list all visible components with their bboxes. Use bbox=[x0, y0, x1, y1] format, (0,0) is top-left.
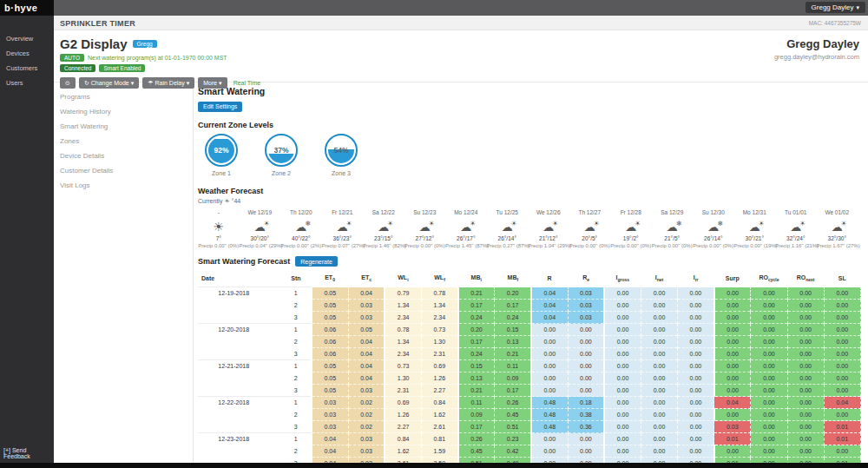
cell-value: 0.05 bbox=[312, 372, 348, 385]
cell-value: 0.04 bbox=[348, 372, 385, 385]
cell-value: 0.20 bbox=[495, 287, 531, 300]
sidebar-item-users[interactable]: Users bbox=[0, 76, 54, 90]
cell-value: 0.13 bbox=[495, 336, 531, 348]
table-row: 12-23-201810.040.030.840.810.260.230.000… bbox=[198, 433, 861, 445]
rain-delay-button[interactable]: ☂Rain Delay ▾ bbox=[142, 77, 194, 89]
cell-value: 2.34 bbox=[385, 312, 421, 324]
cloud-sun-icon: ☀☁ bbox=[460, 220, 471, 234]
badge-smart-enabled: Smart Enabled bbox=[99, 64, 145, 72]
cell-value: 0.00 bbox=[604, 421, 641, 433]
power-button[interactable]: ⊙ bbox=[60, 77, 76, 89]
subnav-item-programs[interactable]: Programs bbox=[60, 89, 193, 104]
cell-value: 0.00 bbox=[824, 348, 860, 360]
sidebar-item-devices[interactable]: Devices bbox=[0, 46, 54, 61]
cell-value: 0.73 bbox=[421, 324, 457, 336]
chevron-down-icon: ▾ bbox=[187, 80, 190, 86]
cell-value: 0.00 bbox=[531, 336, 568, 348]
cell-value: 0.00 bbox=[604, 433, 641, 445]
cell-value: 0.00 bbox=[531, 324, 568, 336]
cell-date bbox=[198, 336, 280, 348]
weather-day-precip: Precip 0.00" (0%) bbox=[198, 243, 240, 248]
zone-percent: 92% bbox=[208, 146, 234, 155]
edit-settings-button[interactable]: Edit Settings bbox=[198, 102, 242, 112]
zone-label: Zone 2 bbox=[265, 170, 298, 176]
weather-day: Fr 12/21☀☁36°/23°Precip 0.07" (27%) bbox=[322, 209, 364, 248]
weather-day-precip: Precip 0.00" (2%) bbox=[280, 243, 322, 248]
cell-value: 0.00 bbox=[641, 336, 677, 348]
cloud-sun-icon: ☀☁ bbox=[542, 220, 554, 234]
cell-value: 1.26 bbox=[385, 409, 421, 421]
zone-levels-title: Current Zone Levels bbox=[198, 121, 861, 129]
cell-value: 0.00 bbox=[751, 385, 787, 397]
cell-value: 2.34 bbox=[385, 348, 421, 360]
cell-value: 0.00 bbox=[641, 312, 677, 324]
cell-value: 0.00 bbox=[678, 385, 714, 397]
cell-value: 0.09 bbox=[495, 372, 531, 385]
badge-connected: Connected bbox=[60, 64, 95, 72]
cell-value: 0.51 bbox=[495, 421, 531, 433]
cell-value: 0.01 bbox=[824, 421, 860, 433]
cell-value: 0.18 bbox=[568, 397, 604, 409]
cell-date: 12-22-2018 bbox=[198, 397, 280, 409]
cell-value: 0.45 bbox=[458, 445, 495, 458]
cell-value: 0.00 bbox=[531, 372, 568, 385]
app-window: b·hyve Gregg Dayley▾ OverviewDevicesCust… bbox=[0, 0, 868, 468]
subnav-item-watering-history[interactable]: Watering History bbox=[60, 104, 193, 119]
mac-address: MAC: 4467355275W bbox=[809, 20, 861, 26]
change-mode-button[interactable]: ↻Change Mode ▾ bbox=[79, 77, 139, 89]
cell-value: 0.00 bbox=[787, 360, 824, 372]
weather-day-precip: Precip 1.45" (87%) bbox=[445, 243, 487, 248]
cell-value: 0.00 bbox=[787, 372, 824, 385]
cell-value: 0.00 bbox=[604, 348, 641, 360]
cell-value: 0.26 bbox=[495, 397, 531, 409]
subnav-item-device-details[interactable]: Device Details bbox=[60, 148, 193, 163]
chevron-down-icon: ▾ bbox=[219, 80, 222, 86]
cell-value: 0.03 bbox=[312, 421, 348, 433]
sidebar-item-customers[interactable]: Customers bbox=[0, 61, 54, 76]
cell-value: 0.04 bbox=[312, 433, 348, 445]
more-button[interactable]: More ▾ bbox=[198, 77, 227, 89]
subnav-item-visit-logs[interactable]: Visit Logs bbox=[60, 178, 193, 193]
cell-value: 0.00 bbox=[568, 433, 604, 445]
page-title-bar: SPRINKLER TIMER MAC: 4467355275W bbox=[54, 16, 868, 30]
cloud-sun-icon: ☀☁ bbox=[584, 220, 595, 234]
zone-gauge-circle[interactable]: 37% bbox=[265, 134, 298, 167]
cell-station: 3 bbox=[280, 312, 312, 324]
zone-percent: 37% bbox=[268, 146, 294, 155]
subnav-item-customer-details[interactable]: Customer Details bbox=[60, 163, 193, 178]
sidebar-item-overview[interactable]: Overview bbox=[0, 31, 54, 46]
cell-value: 0.04 bbox=[531, 287, 568, 300]
table-row: 20.050.031.341.340.170.170.040.030.000.0… bbox=[198, 300, 861, 312]
cell-value: 0.00 bbox=[531, 385, 568, 397]
cell-value: 0.00 bbox=[751, 397, 787, 409]
regenerate-button[interactable]: Regenerate bbox=[295, 256, 338, 267]
cell-value: 0.00 bbox=[678, 397, 714, 409]
cell-value: 0.00 bbox=[531, 445, 568, 458]
main-panel: Smart Watering Edit Settings Current Zon… bbox=[194, 82, 868, 463]
cell-value: 1.62 bbox=[385, 445, 421, 458]
cell-value: 0.03 bbox=[312, 409, 348, 421]
cell-date bbox=[198, 312, 280, 324]
mode-badge: AUTO bbox=[60, 54, 84, 62]
subnav-item-smart-watering[interactable]: Smart Watering bbox=[60, 119, 193, 134]
cell-value: 0.69 bbox=[385, 397, 421, 409]
account-menu[interactable]: Gregg Dayley▾ bbox=[806, 2, 865, 13]
cell-value: 2.31 bbox=[385, 385, 421, 397]
cell-value: 0.00 bbox=[568, 336, 604, 348]
column-header-r: R bbox=[531, 271, 568, 287]
weather-day-temps: 27°/12° bbox=[404, 235, 446, 241]
cloud-sun-icon: ☀☁ bbox=[790, 220, 801, 234]
cell-value: 0.00 bbox=[751, 312, 787, 324]
zone-gauge-circle[interactable]: 92% bbox=[205, 134, 238, 167]
cell-value: 0.00 bbox=[678, 324, 714, 336]
cell-value: 0.00 bbox=[714, 348, 751, 360]
cloud-snow-icon: ❄☁ bbox=[295, 220, 306, 234]
send-feedback-link[interactable]: [+] Send Feedback bbox=[3, 447, 54, 459]
cell-value: 0.04 bbox=[824, 397, 860, 409]
content: G2 Display Gregg AUTO Next watering prog… bbox=[54, 30, 868, 463]
subnav-item-zones[interactable]: Zones bbox=[60, 134, 193, 148]
zone-gauges: 92%Zone 137%Zone 254%Zone 3 bbox=[205, 134, 861, 176]
zone-gauge-circle[interactable]: 54% bbox=[325, 134, 358, 167]
sidebar-nav: OverviewDevicesCustomersUsers bbox=[0, 16, 54, 90]
cell-value: 0.03 bbox=[348, 433, 385, 445]
